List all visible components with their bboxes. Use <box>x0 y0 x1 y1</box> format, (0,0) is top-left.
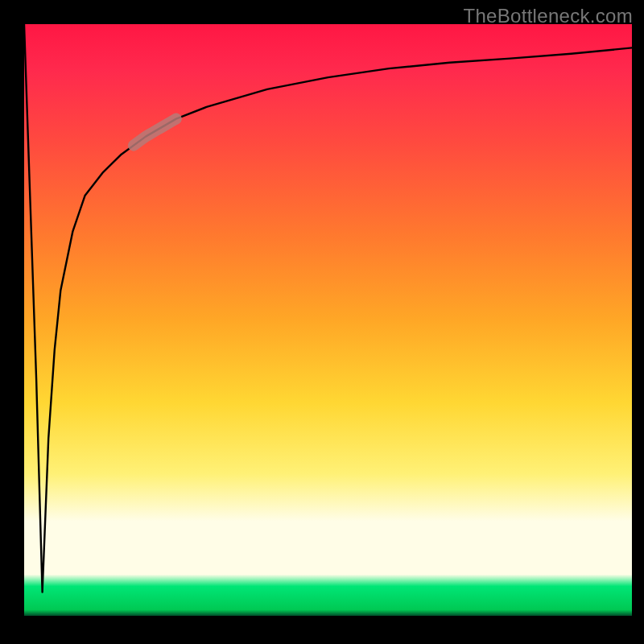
highlight-segment <box>134 119 176 146</box>
curve-svg <box>24 24 632 616</box>
chart-frame: TheBottleneck.com <box>0 0 644 644</box>
plot-area <box>24 24 632 616</box>
bottleneck-curve-path <box>24 24 632 592</box>
